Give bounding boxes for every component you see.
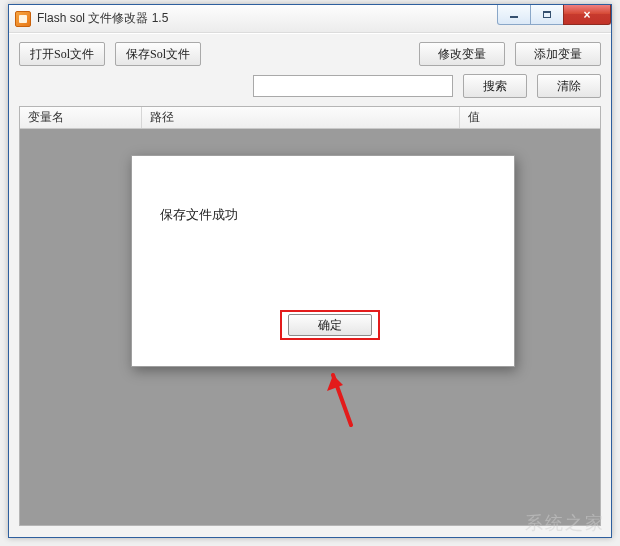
search-button[interactable]: 搜索: [463, 74, 527, 98]
save-success-dialog: 保存文件成功 确定: [131, 155, 515, 367]
dialog-message: 保存文件成功: [160, 206, 238, 224]
list-header: 变量名 路径 值: [20, 107, 600, 129]
save-sol-button[interactable]: 保存Sol文件: [115, 42, 201, 66]
column-header-name[interactable]: 变量名: [20, 107, 142, 128]
column-header-path[interactable]: 路径: [142, 107, 460, 128]
window-controls: ×: [498, 5, 611, 25]
window-title: Flash sol 文件修改器 1.5: [37, 10, 168, 27]
app-window: Flash sol 文件修改器 1.5 × 打开Sol文件 保存Sol文件 修改…: [8, 4, 612, 538]
main-toolbar: 打开Sol文件 保存Sol文件 修改变量 添加变量: [9, 34, 611, 70]
clear-button[interactable]: 清除: [537, 74, 601, 98]
dialog-ok-button[interactable]: 确定: [288, 314, 372, 336]
search-input[interactable]: [253, 75, 453, 97]
maximize-button[interactable]: [530, 5, 564, 25]
title-bar[interactable]: Flash sol 文件修改器 1.5 ×: [9, 5, 611, 33]
dialog-ok-highlight: 确定: [280, 310, 380, 340]
modify-variable-button[interactable]: 修改变量: [419, 42, 505, 66]
close-button[interactable]: ×: [563, 5, 611, 25]
open-sol-button[interactable]: 打开Sol文件: [19, 42, 105, 66]
search-toolbar: 搜索 清除: [9, 70, 611, 106]
minimize-button[interactable]: [497, 5, 531, 25]
app-icon: [15, 11, 31, 27]
add-variable-button[interactable]: 添加变量: [515, 42, 601, 66]
column-header-value[interactable]: 值: [460, 107, 600, 128]
watermark-text: 系统之家: [525, 511, 605, 535]
